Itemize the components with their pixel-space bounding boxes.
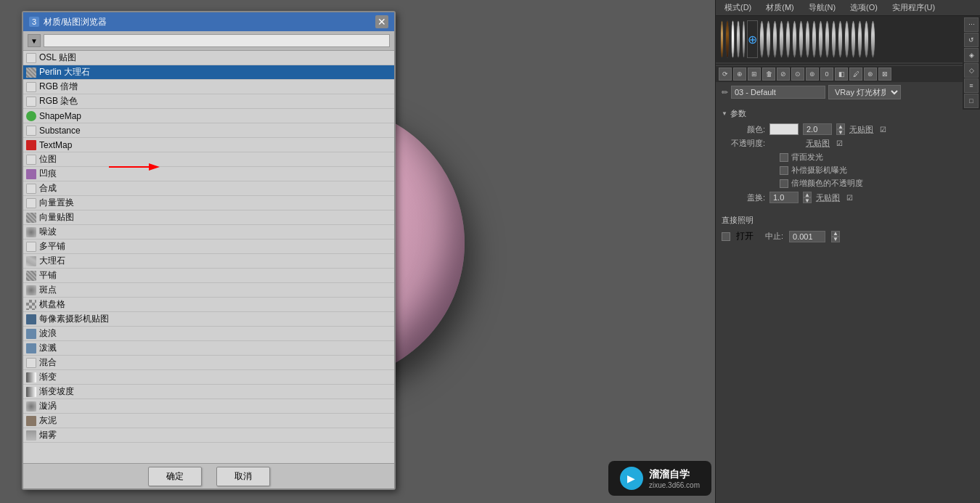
mat-preview-ball[interactable]: ⊕ xyxy=(747,20,758,58)
mat-preview-ball[interactable] xyxy=(779,20,784,58)
color-swatch[interactable] xyxy=(769,123,799,135)
mat-preview-ball[interactable] xyxy=(851,20,856,58)
toolbar-refresh[interactable]: ↺ xyxy=(964,33,979,47)
cancel-button[interactable]: 取消 xyxy=(216,467,270,486)
multiply-nomap[interactable]: 无贴图 xyxy=(816,192,840,203)
mat-toolbar-icon-8[interactable]: ◧ xyxy=(835,68,848,81)
mat-preview-ball[interactable] xyxy=(799,20,804,58)
list-item[interactable]: 平铺 xyxy=(23,269,394,283)
mat-preview-ball[interactable] xyxy=(870,20,875,58)
list-item[interactable]: 凹痕 xyxy=(23,167,394,181)
mat-preview-ball[interactable] xyxy=(857,20,862,58)
mat-preview-ball[interactable] xyxy=(792,20,797,58)
material-type-select[interactable]: VRay 灯光材质 xyxy=(828,85,901,99)
mat-preview-ball[interactable] xyxy=(725,20,729,58)
toolbar-extra2[interactable]: ≡ xyxy=(964,78,979,93)
list-item[interactable]: 混合 xyxy=(23,356,394,370)
mat-preview-ball[interactable] xyxy=(864,20,869,58)
list-item[interactable]: 泼溅 xyxy=(23,341,394,356)
mat-preview-ball[interactable] xyxy=(759,20,764,58)
material-name-input[interactable] xyxy=(731,86,825,99)
list-item[interactable]: 向量贴图 xyxy=(23,210,394,225)
search-input[interactable] xyxy=(44,34,390,47)
mat-preview-ball[interactable] xyxy=(831,20,836,58)
list-item[interactable]: 漩涡 xyxy=(23,399,394,414)
opacity-check[interactable]: ☑ xyxy=(834,139,844,149)
list-item[interactable]: 烟雾 xyxy=(23,428,394,443)
list-item[interactable]: 斑点 xyxy=(23,283,394,298)
mat-preview-ball[interactable] xyxy=(742,20,746,58)
mat-preview-ball[interactable] xyxy=(736,20,740,58)
list-item[interactable]: 大理石 xyxy=(23,254,394,269)
multiply-check[interactable]: ☑ xyxy=(844,192,854,203)
toolbar-extra3[interactable]: □ xyxy=(964,94,979,108)
list-item[interactable]: 棋盘格 xyxy=(23,298,394,312)
mat-preview-ball[interactable] xyxy=(731,20,735,58)
color-value-input[interactable] xyxy=(803,123,832,135)
dialog-close-button[interactable]: ✕ xyxy=(375,15,388,28)
list-item[interactable]: 噪波 xyxy=(23,225,394,240)
mat-preview-ball[interactable] xyxy=(812,20,817,58)
dropdown-arrow[interactable]: ▼ xyxy=(28,34,41,47)
mat-toolbar-icon-7[interactable]: 0 xyxy=(820,68,833,81)
mat-preview-ball[interactable] xyxy=(720,20,724,58)
mat-toolbar-icon-11[interactable]: ⊠ xyxy=(878,68,891,81)
mat-toolbar-icon-2[interactable]: ⊞ xyxy=(748,68,761,81)
color-spin-down[interactable]: ▼ xyxy=(836,129,845,135)
mat-preview-ball[interactable] xyxy=(844,20,849,58)
mat-toolbar-icon-5[interactable]: ⊙ xyxy=(791,68,804,81)
toolbar-options[interactable]: ⋯ xyxy=(964,17,979,32)
list-item[interactable]: 多平铺 xyxy=(23,240,394,254)
list-item[interactable]: 灰泥 xyxy=(23,414,394,428)
mat-preview-ball[interactable] xyxy=(805,20,810,58)
pencil-icon[interactable]: ✏ xyxy=(722,88,728,97)
color-check[interactable]: ☑ xyxy=(878,124,888,134)
mat-preview-ball[interactable] xyxy=(772,20,777,58)
cutoff-spin-down[interactable]: ▼ xyxy=(831,237,840,242)
list-item[interactable]: OSL 贴图 xyxy=(23,51,394,65)
list-item[interactable]: 每像素摄影机贴图 xyxy=(23,312,394,327)
menu-item-d[interactable]: 模式(D) xyxy=(722,1,754,15)
menu-item-m[interactable]: 材质(M) xyxy=(763,1,797,15)
mat-toolbar-icon-1[interactable]: ⊕ xyxy=(733,68,746,81)
camera-exp-checkbox[interactable] xyxy=(780,166,788,175)
toolbar-extra1[interactable]: ◇ xyxy=(964,63,979,78)
mat-preview-ball[interactable] xyxy=(785,20,791,58)
back-emit-checkbox[interactable] xyxy=(780,153,788,162)
mat-preview-ball[interactable] xyxy=(838,20,843,58)
list-item[interactable]: 向量置换 xyxy=(23,196,394,210)
mat-toolbar-icon-6[interactable]: ⊚ xyxy=(806,68,819,81)
cutoff-value-input[interactable] xyxy=(789,231,825,242)
menu-item-o[interactable]: 选项(O) xyxy=(847,1,881,15)
list-item[interactable]: 波浪 xyxy=(23,327,394,341)
mat-toolbar-icon-10[interactable]: ⊛ xyxy=(864,68,877,81)
menu-item-u[interactable]: 实用程序(U) xyxy=(889,1,938,15)
mat-preview-ball[interactable] xyxy=(825,20,830,58)
ok-button[interactable]: 确定 xyxy=(148,467,202,486)
list-item[interactable]: 渐变坡度 xyxy=(23,385,394,399)
list-item[interactable]: ShapeMap xyxy=(23,109,394,123)
list-item[interactable]: TextMap xyxy=(23,138,394,152)
multiply-opacity-checkbox[interactable] xyxy=(780,179,788,188)
direct-open-checkbox[interactable] xyxy=(722,232,730,241)
menu-item-n[interactable]: 导航(N) xyxy=(806,1,838,15)
material-list[interactable]: OSL 贴图 Perlin 大理石 RGB 倍增 RGB 染色 ShapeMap… xyxy=(23,51,394,465)
list-item[interactable]: Perlin 大理石 xyxy=(23,65,394,80)
mat-toolbar-icon-4[interactable]: ⊘ xyxy=(777,68,790,81)
mat-toolbar-icon-0[interactable]: ⟳ xyxy=(719,68,732,81)
list-item[interactable]: RGB 倍增 xyxy=(23,80,394,94)
multiply-value-input[interactable] xyxy=(769,192,799,203)
mat-preview-ball[interactable] xyxy=(766,20,771,58)
list-item[interactable]: RGB 染色 xyxy=(23,94,394,109)
mat-toolbar-icon-9[interactable]: 🖊 xyxy=(849,68,862,81)
color-nomap[interactable]: 无贴图 xyxy=(849,124,873,135)
list-item[interactable]: 合成 xyxy=(23,181,394,196)
mat-preview-ball[interactable] xyxy=(818,20,823,58)
list-item[interactable]: 位图 xyxy=(23,152,394,167)
list-item[interactable]: Substance xyxy=(23,123,394,138)
list-item[interactable]: 渐变 xyxy=(23,370,394,385)
mat-toolbar-icon-3[interactable]: 🗑 xyxy=(762,68,775,81)
toolbar-settings[interactable]: ◈ xyxy=(964,48,979,62)
multiply-spin-down[interactable]: ▼ xyxy=(803,197,812,203)
opacity-nomap[interactable]: 无贴图 xyxy=(806,138,830,149)
